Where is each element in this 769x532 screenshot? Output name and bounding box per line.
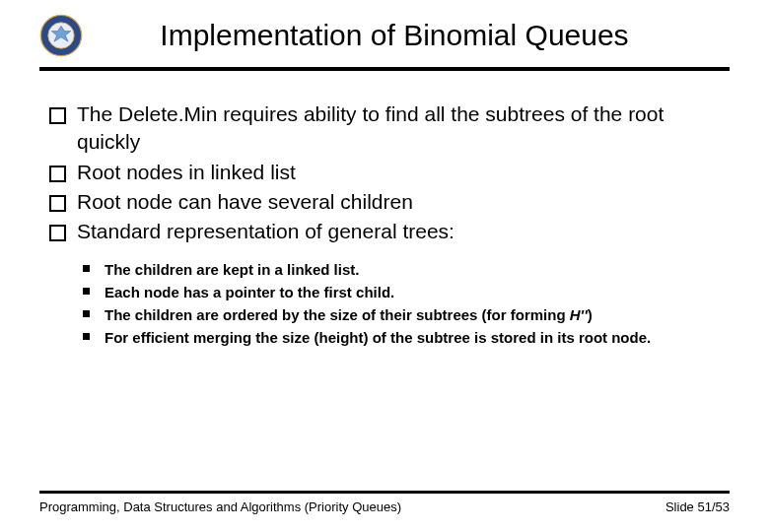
- sub-bullet-item: The children are kept in a linked list.: [77, 258, 726, 281]
- sub-bullet-item: The children are ordered by the size of …: [77, 303, 726, 326]
- slide-content: The Delete.Min requires ability to find …: [0, 71, 769, 350]
- sub-bullet-text: The children are ordered by the size of …: [105, 306, 570, 323]
- footer-row: Programming, Data Structures and Algorit…: [39, 499, 730, 514]
- bullet-item: Root nodes in linked list: [43, 159, 726, 186]
- sub-bullet-text: ): [588, 306, 593, 323]
- slide-footer: Programming, Data Structures and Algorit…: [0, 491, 769, 514]
- sub-bullet-item: Each node has a pointer to the first chi…: [77, 281, 726, 303]
- bullet-item: Standard representation of general trees…: [43, 218, 726, 245]
- bullet-item: Root node can have several children: [43, 188, 726, 216]
- seal-logo: [39, 14, 83, 57]
- main-bullet-list: The Delete.Min requires ability to find …: [43, 100, 726, 246]
- slide-header: Implementation of Binomial Queues: [0, 0, 769, 57]
- bullet-item: The Delete.Min requires ability to find …: [43, 100, 726, 157]
- footer-right: Slide 51/53: [665, 499, 730, 514]
- footer-left: Programming, Data Structures and Algorit…: [39, 499, 401, 514]
- sub-bullet-list: The children are kept in a linked list. …: [77, 258, 726, 350]
- sub-bullet-item: For efficient merging the size (height) …: [77, 326, 726, 349]
- footer-rule: [39, 491, 730, 494]
- sub-bullet-emph: H'': [570, 306, 588, 323]
- slide-title: Implementation of Binomial Queues: [89, 19, 730, 52]
